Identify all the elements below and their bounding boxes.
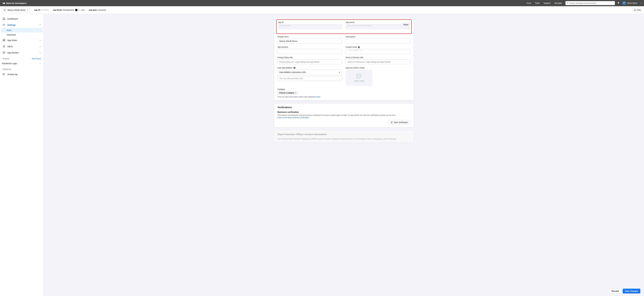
business-verification-desc: Permissions and features require busines… <box>278 114 410 116</box>
app-icon-upload[interactable]: 1024 x 1024 <box>346 70 372 86</box>
app-mode: App Mode: Development Live <box>53 9 84 12</box>
app-domains-input[interactable] <box>278 49 342 54</box>
sidebar-item-settings[interactable]: Settings ⌃ <box>0 22 44 28</box>
user-name: Dario Djuric <box>627 2 637 4</box>
category-help-link[interactable]: here <box>317 96 320 98</box>
app-icon-label: App icon (1024 x 1024) <box>346 67 410 69</box>
contact-email-input[interactable]: •••••••••@•••.••• <box>346 49 410 54</box>
reset-button[interactable]: Reset <box>402 23 410 27</box>
start-verification-button[interactable]: Start Verification <box>388 120 410 125</box>
dpo-card: Data Protection Officer contact informat… <box>274 130 414 143</box>
main-content: Reset App ID •••••• •••••• App secret ••… <box>44 14 644 296</box>
notifications-icon[interactable] <box>617 2 620 5</box>
add-product-link[interactable]: Add Product <box>32 58 41 60</box>
svg-point-6 <box>4 40 4 40</box>
chevron-down-icon: ⌄ <box>40 52 41 54</box>
sidebar-item-settings-basic[interactable]: Basic <box>1 28 42 33</box>
app-id-label: App ID <box>278 21 342 23</box>
sidebar-item-activity-log[interactable]: Activity log <box>0 71 44 77</box>
app-secret-field[interactable]: ••••• •••• •• •••• •••• •••••• <box>346 24 410 29</box>
dpo-title: Data Protection Officer contact informat… <box>278 133 410 136</box>
info-icon[interactable]: i <box>358 46 360 48</box>
namespace-label: Namespace <box>346 36 410 38</box>
svg-point-10 <box>3 73 3 74</box>
chevron-up-icon: ⌃ <box>40 24 41 26</box>
shield-icon <box>2 51 5 54</box>
nav-docs[interactable]: Docs <box>527 2 531 4</box>
discard-button[interactable]: Discard <box>609 289 621 293</box>
app-type: App type: Consumer <box>89 9 106 11</box>
brand-logo[interactable]: Meta for Developers <box>2 2 26 5</box>
meta-icon <box>2 2 5 5</box>
chevron-down-icon: ⌄ <box>40 63 41 65</box>
app-id-display: App ID: ••• •••••••• <box>34 9 49 11</box>
sidebar-item-alerts[interactable]: Alerts ⌄ <box>0 43 44 50</box>
search-box <box>566 1 615 5</box>
svg-point-0 <box>567 2 568 3</box>
app-id-field[interactable]: •••••• •••••• <box>278 24 342 29</box>
user-menu-caret-icon[interactable]: ▾ <box>641 2 642 4</box>
svg-point-11 <box>3 74 3 74</box>
tos-input[interactable] <box>346 59 410 65</box>
sidebar: Dashboard Settings ⌃ Basic Advanced App … <box>0 14 44 296</box>
business-verification-title: Business verification <box>278 111 410 113</box>
top-nav: Meta for Developers Docs Tools Support M… <box>0 0 644 6</box>
roles-icon <box>2 39 5 42</box>
user-menu[interactable]: Dario Djuric <box>622 2 637 5</box>
sidebar-item-app-roles[interactable]: App Roles ⌄ <box>0 37 44 43</box>
mode-toggle[interactable] <box>75 9 80 12</box>
credentials-highlight: App ID •••••• •••••• App secret ••••• ••… <box>276 19 412 34</box>
display-name-input[interactable] <box>278 39 342 44</box>
save-changes-button[interactable]: Save changes <box>623 289 640 293</box>
external-icon <box>390 121 392 124</box>
chevron-down-icon: ▼ <box>295 92 296 94</box>
chevron-down-icon: ⌄ <box>40 45 41 47</box>
category-label: Category <box>278 88 410 90</box>
app-secret-label: App secret <box>346 21 410 23</box>
help-icon: ? <box>634 9 636 11</box>
svg-line-1 <box>568 3 568 4</box>
app-selector[interactable]: ⚙ Next.js OAuth Demo ▼ <box>2 8 30 13</box>
chevron-down-icon: ⌄ <box>40 39 41 41</box>
app-bar: ⚙ Next.js OAuth Demo ▼ App ID: ••• •••••… <box>0 6 644 14</box>
privacy-policy-input[interactable] <box>278 59 342 65</box>
sidebar-item-settings-advanced[interactable]: Advanced <box>0 33 44 37</box>
user-data-deletion-link-input[interactable] <box>278 76 342 81</box>
privacy-policy-label: Privacy Policy URL <box>278 56 342 59</box>
learn-more-link[interactable]: Learn more about business verification <box>278 117 410 119</box>
image-placeholder-icon <box>356 74 362 79</box>
sidebar-item-facebook-login[interactable]: Facebook Login ⌄ <box>0 61 44 66</box>
list-icon <box>2 73 5 76</box>
verifications-card: Verifications Business verification Perm… <box>274 103 414 128</box>
chevron-down-icon: ▼ <box>27 9 28 11</box>
nav-my-apps[interactable]: My Apps <box>554 2 562 4</box>
help-button[interactable]: ? Help <box>632 8 642 12</box>
gear-icon <box>2 24 5 26</box>
sidebar-item-app-review[interactable]: App Review ⌄ <box>0 50 44 56</box>
svg-point-12 <box>3 75 3 75</box>
nav-tools[interactable]: Tools <box>535 2 540 4</box>
user-data-deletion-label: User data deletion i <box>278 67 342 69</box>
brand-text: Meta for Developers <box>6 2 26 5</box>
products-section-label: Products Add Product <box>0 56 44 61</box>
topnav-links: Docs Tools Support My Apps <box>527 2 562 4</box>
display-name-label: Display name <box>278 36 342 38</box>
activity-log-section-label: Activity log <box>0 66 44 71</box>
app-domains-label: App domains <box>278 46 342 48</box>
user-data-deletion-select[interactable]: Data deletion instructions URL ▼ <box>278 70 342 75</box>
app-selector-name: Next.js OAuth Demo <box>8 9 26 11</box>
category-select[interactable]: Choose a category ▼ <box>278 91 298 95</box>
search-icon <box>566 2 568 5</box>
info-icon[interactable]: i <box>294 67 296 69</box>
home-icon <box>2 17 5 20</box>
category-help-text: Find out more information about app cate… <box>278 96 410 98</box>
svg-point-4 <box>4 25 4 25</box>
nav-support[interactable]: Support <box>544 2 550 4</box>
bell-icon <box>2 45 5 48</box>
contact-email-label: Contact email i <box>346 46 410 48</box>
chevron-down-icon: ▼ <box>339 72 340 73</box>
search-input[interactable] <box>566 1 615 5</box>
namespace-input[interactable] <box>346 39 410 44</box>
svg-text:?: ? <box>635 9 636 11</box>
sidebar-item-dashboard[interactable]: Dashboard <box>0 16 44 22</box>
